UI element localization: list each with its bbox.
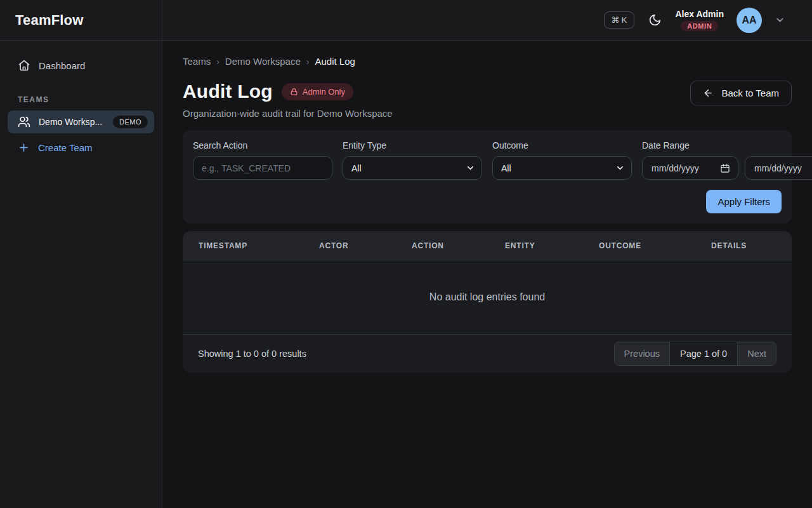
create-team-label: Create Team	[38, 142, 93, 153]
avatar[interactable]: AA	[737, 8, 762, 33]
page-subtitle: Organization-wide audit trail for Demo W…	[183, 108, 393, 119]
date-range-label: Date Range	[642, 140, 812, 150]
chevron-down-icon[interactable]	[775, 15, 785, 25]
sidebar-item-dashboard[interactable]: Dashboard	[0, 52, 162, 79]
entity-type-label: Entity Type	[343, 140, 482, 150]
outcome-label: Outcome	[492, 140, 632, 150]
create-team-button[interactable]: Create Team	[0, 133, 162, 162]
previous-page-button[interactable]: Previous	[615, 342, 669, 365]
page-header-left: Audit Log Admin Only Organization-wide a…	[183, 81, 393, 119]
moon-icon	[648, 13, 662, 27]
theme-toggle-button[interactable]	[647, 12, 663, 28]
column-header-outcome: Outcome	[599, 241, 711, 250]
audit-log-table: Timestamp Actor Action Entity Outcome De…	[183, 231, 792, 373]
user-name: Alex Admin	[676, 9, 724, 19]
date-to-placeholder: mm/dd/yyyy	[754, 163, 802, 173]
back-to-team-label: Back to Team	[721, 88, 779, 98]
breadcrumb-teams[interactable]: Teams	[183, 56, 211, 67]
breadcrumb-demo-workspace[interactable]: Demo Workspace	[225, 56, 301, 67]
search-action-label: Search Action	[193, 140, 332, 150]
breadcrumb-separator: ›	[306, 57, 310, 67]
lock-icon	[290, 88, 298, 96]
topbar: TeamFlow ⌘ K Alex Admin ADMIN AA	[0, 0, 812, 41]
table-footer: Showing 1 to 0 of 0 results Previous Pag…	[183, 334, 792, 373]
arrow-left-icon	[703, 88, 714, 98]
main-content: Teams › Demo Workspace › Audit Log Audit…	[162, 41, 812, 508]
column-header-timestamp: Timestamp	[183, 241, 319, 250]
sidebar-section-teams: TEAMS	[0, 79, 162, 110]
sidebar-item-label: Dashboard	[39, 60, 85, 71]
pagination-controls: Previous Page 1 of 0 Next	[614, 342, 776, 366]
user-info: Alex Admin ADMIN	[676, 9, 724, 31]
table-header-row: Timestamp Actor Action Entity Outcome De…	[183, 231, 792, 260]
results-summary: Showing 1 to 0 of 0 results	[198, 349, 306, 359]
filter-outcome: Outcome All	[492, 140, 632, 180]
breadcrumb-current: Audit Log	[315, 56, 355, 67]
date-to-input[interactable]: mm/dd/yyyy	[745, 156, 812, 180]
column-header-actor: Actor	[319, 241, 412, 250]
filters-panel: Search Action Entity Type All	[183, 130, 792, 224]
demo-badge: DEMO	[113, 116, 148, 128]
user-role-badge: ADMIN	[681, 21, 718, 31]
column-header-details: Details	[711, 241, 792, 250]
app-logo[interactable]: TeamFlow	[15, 12, 84, 29]
filter-entity-type: Entity Type All	[343, 140, 482, 180]
outcome-select[interactable]: All	[492, 156, 632, 180]
back-to-team-button[interactable]: Back to Team	[690, 81, 792, 105]
page-title: Audit Log	[183, 81, 273, 102]
team-name: Demo Worksp...	[39, 117, 102, 127]
breadcrumb: Teams › Demo Workspace › Audit Log	[183, 56, 792, 67]
breadcrumb-separator: ›	[216, 57, 219, 67]
entity-type-select[interactable]: All	[343, 156, 482, 180]
topbar-logo-area: TeamFlow	[0, 0, 162, 40]
home-icon	[18, 59, 30, 72]
command-palette-button[interactable]: ⌘ K	[604, 11, 634, 29]
calendar-icon[interactable]	[720, 163, 730, 173]
date-from-input[interactable]: mm/dd/yyyy	[642, 156, 738, 180]
filter-date-range: Date Range mm/dd/yyyy mm/dd/yyyy	[642, 140, 812, 180]
date-from-placeholder: mm/dd/yyyy	[652, 163, 699, 173]
sidebar-item-demo-workspace[interactable]: Demo Worksp... DEMO	[8, 110, 154, 133]
users-icon	[18, 116, 30, 128]
empty-state-message: No audit log entries found	[183, 260, 792, 334]
page-indicator: Page 1 of 0	[669, 342, 738, 365]
topbar-actions: ⌘ K Alex Admin ADMIN AA	[162, 0, 812, 40]
apply-filters-button[interactable]: Apply Filters	[706, 190, 782, 213]
admin-only-label: Admin Only	[303, 87, 345, 97]
filter-search-action: Search Action	[193, 140, 332, 180]
search-action-input[interactable]	[193, 156, 332, 180]
next-page-button[interactable]: Next	[738, 342, 776, 365]
plus-icon	[18, 142, 30, 154]
admin-only-badge: Admin Only	[282, 83, 353, 100]
page-header: Audit Log Admin Only Organization-wide a…	[183, 81, 792, 119]
column-header-action: Action	[412, 241, 505, 250]
column-header-entity: Entity	[505, 241, 599, 250]
sidebar: Dashboard TEAMS Demo Worksp... DEMO Crea…	[0, 41, 162, 508]
